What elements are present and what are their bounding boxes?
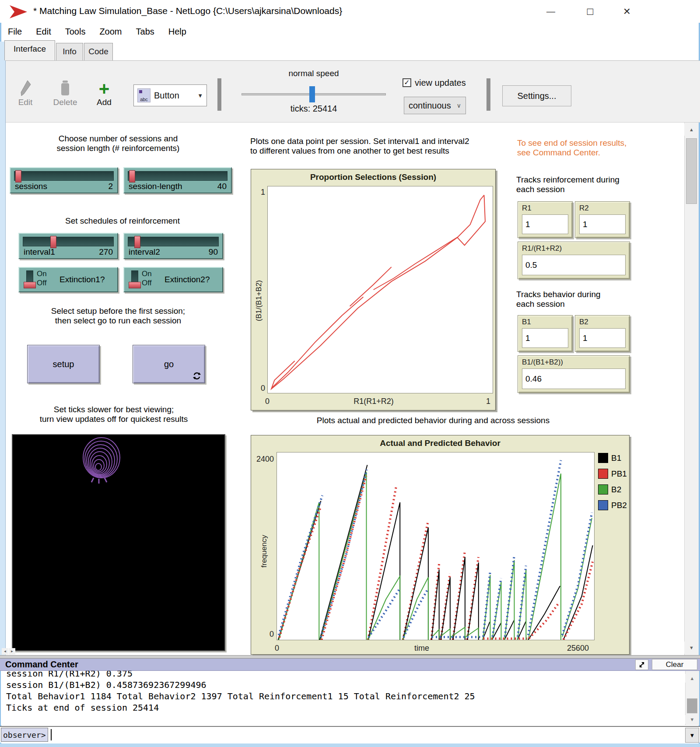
speed-slider-thumb[interactable] — [309, 86, 315, 102]
go-button[interactable]: go — [133, 345, 205, 383]
abc-widget-icon: abc — [137, 88, 150, 102]
minimize-button[interactable]: — — [541, 4, 561, 19]
update-mode-dropdown[interactable]: continuous ∨ — [404, 97, 466, 114]
switch-handle[interactable] — [24, 282, 36, 288]
pencil-icon — [19, 79, 32, 98]
slider-track[interactable] — [23, 237, 114, 246]
slider-value: 2 — [108, 182, 113, 191]
slider-track[interactable] — [128, 171, 228, 181]
slider-track[interactable] — [128, 237, 219, 246]
command-center-output: session R1/(R1+R2) 0.375 session B1/(B1+… — [1, 671, 684, 725]
slider-session-length[interactable]: session-length40 — [123, 167, 232, 193]
y-tick-max: 1 — [255, 188, 265, 197]
history-dropdown-button[interactable]: ▼ — [685, 728, 699, 743]
switch-handle[interactable] — [129, 282, 141, 288]
tab-code[interactable]: Code — [84, 43, 113, 60]
delete-widget-button[interactable]: Delete — [49, 70, 81, 107]
switch-on-label: On — [142, 270, 152, 278]
settings-button[interactable]: Settings... — [502, 85, 571, 106]
background-window-sliver — [0, 42, 6, 655]
slider-interval2[interactable]: interval290 — [123, 233, 223, 259]
command-input[interactable] — [49, 728, 683, 742]
switch-extinction1[interactable]: On Off Extinction1? — [18, 267, 118, 292]
slider-track[interactable] — [14, 171, 114, 181]
slider-handle[interactable] — [129, 170, 135, 182]
scroll-left-icon[interactable]: ◄ — [2, 648, 8, 655]
menu-file[interactable]: File — [2, 25, 28, 39]
scroll-down-icon[interactable]: ▼ — [684, 642, 699, 654]
slider-name: interval1 — [24, 247, 55, 257]
x-tick-max: 25600 — [567, 644, 596, 653]
y-axis-label: (B1/(B1+B2) — [255, 253, 263, 349]
plot-title: Actual and Predicted Behavior — [251, 438, 629, 448]
trash-icon — [59, 79, 71, 98]
scroll-up-icon[interactable]: ▲ — [684, 123, 699, 136]
maximize-button[interactable]: □ — [580, 4, 600, 19]
scroll-up-icon[interactable]: ▲ — [685, 674, 699, 683]
legend-item-b2: B2 — [598, 484, 621, 494]
switch-off-label: Off — [37, 279, 46, 287]
note-setup-go: Select setup before the first session; t… — [18, 306, 219, 326]
switch-name: Extinction2? — [164, 275, 210, 284]
legend-item-pb1: PB1 — [598, 469, 627, 479]
command-center-note: To see end of session results, see Comma… — [517, 138, 653, 158]
window-title: * Matching Law Simulation_Base - NetLogo… — [33, 6, 342, 16]
slider-handle[interactable] — [50, 236, 56, 248]
netlogo-logo-icon — [9, 4, 28, 19]
scroll-down-icon[interactable]: ▼ — [685, 715, 699, 724]
view-updates-checkbox[interactable]: ✓ — [402, 78, 411, 87]
y-tick-min: 0 — [255, 384, 265, 393]
slider-name: session-length — [129, 182, 182, 191]
widget-type-selector[interactable]: abc Button ▼ — [133, 84, 207, 106]
chevron-down-icon: ▼ — [197, 92, 203, 99]
tab-info[interactable]: Info — [56, 43, 83, 60]
turtle-rose — [13, 435, 226, 650]
legend-item-b1: B1 — [598, 453, 621, 463]
setup-button[interactable]: setup — [27, 345, 100, 383]
switch-on-label: On — [37, 270, 47, 278]
menu-help[interactable]: Help — [162, 25, 192, 39]
plot-actual-predicted: Actual and Predicted Behavior 2400 0 fre… — [251, 435, 630, 655]
tab-interface[interactable]: Interface — [4, 40, 55, 60]
slider-interval1[interactable]: interval1270 — [18, 233, 118, 259]
chevron-down-icon: ∨ — [457, 102, 461, 109]
expand-diagonal-icon — [638, 661, 645, 668]
slider-handle[interactable] — [134, 236, 140, 248]
window-border-bottom — [0, 743, 700, 747]
plot-proportion-selections: Proportion Selections (Session) 1 0 (B1/… — [251, 169, 496, 410]
observer-prompt: observer> — [1, 728, 48, 742]
output-line: Total Behavior1 1184 Total Behavior2 139… — [6, 691, 684, 702]
add-widget-button[interactable]: + Add — [92, 69, 116, 107]
output-line: session R1/(R1+R2) 0.375 — [6, 671, 684, 679]
monitor-b1: B11 — [518, 315, 573, 352]
reinforcement-group-label: Tracks reinforcement during each session — [516, 175, 643, 194]
x-tick-min: 0 — [265, 397, 270, 406]
menu-edit[interactable]: Edit — [30, 25, 57, 39]
slider-sessions[interactable]: sessions2 — [10, 167, 118, 193]
switch-extinction2[interactable]: On Off Extinction2? — [123, 267, 223, 292]
slider-value: 90 — [209, 247, 218, 257]
text-caret — [51, 729, 52, 740]
command-scrollbar-thumb[interactable] — [687, 698, 697, 713]
tab-bar: Interface Info Code — [3, 40, 698, 60]
menu-tools[interactable]: Tools — [59, 25, 92, 39]
menu-tabs[interactable]: Tabs — [130, 25, 161, 39]
legend-item-pb2: PB2 — [598, 500, 627, 510]
toolbar: Edit Delete + Add abc Button ▼ normal sp… — [0, 60, 700, 123]
interface-scrollbar-thumb[interactable] — [686, 138, 697, 204]
slider-handle[interactable] — [15, 170, 21, 182]
close-button[interactable]: × — [617, 4, 637, 19]
edit-widget-button[interactable]: Edit — [12, 70, 38, 107]
command-center-splitter[interactable] — [0, 655, 700, 659]
view-updates-label: view updates — [415, 78, 466, 88]
expand-command-center-button[interactable] — [635, 659, 648, 670]
clear-button[interactable]: Clear — [652, 659, 697, 670]
title-bar: * Matching Law Simulation_Base - NetLogo… — [0, 0, 700, 23]
scroll-right-icon[interactable]: ► — [9, 648, 15, 655]
world-view — [12, 434, 225, 651]
toolbar-separator — [217, 78, 221, 111]
plus-icon: + — [99, 80, 110, 98]
menu-zoom[interactable]: Zoom — [93, 25, 128, 39]
slider-name: sessions — [15, 182, 47, 191]
plot-title: Proportion Selections (Session) — [251, 172, 495, 182]
